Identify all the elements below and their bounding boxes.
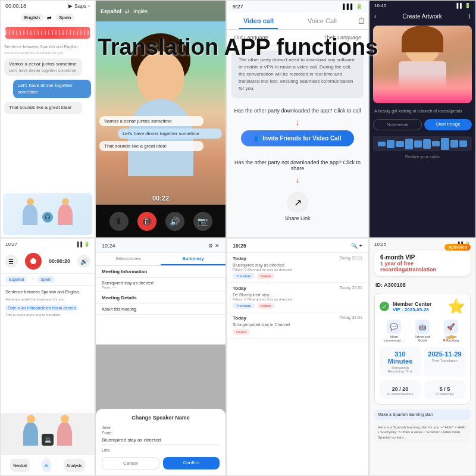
lang-selector-5: Español → Spain (1, 274, 95, 286)
status-icons-3: ▌▌▌ 🔋 (343, 4, 362, 10)
wv-bar-2 (387, 140, 394, 148)
wv-bar-5 (414, 140, 422, 148)
delete-btn-3[interactable]: Delete (233, 329, 250, 335)
feature-item-2: 🤖 Advanced Model (411, 320, 434, 342)
member-card-header: ✓ Member Center VIP : 2025-05-28 ⭐ (380, 298, 465, 315)
transcript-sub-1: Sentence would be translated for you. (5, 298, 90, 301)
status-bar-5: 10:27 ▌▌🔋 (1, 239, 95, 249)
app-grid: 00:00:18 ▶ Saps › English ⇄ Spain Senten… (0, 0, 476, 476)
share-section: ↗ Share Link (234, 186, 361, 225)
member-time: 10:25 (374, 242, 386, 247)
drawings-label: AI drawings (428, 392, 462, 396)
tab-notes-icon[interactable]: 📋 (354, 12, 368, 29)
feature-item-1: 💬 More conversati... (382, 320, 406, 342)
phone-member-center: 10:25 ▌▌🔋 6-month VIP 1 year of free rec… (369, 238, 476, 476)
art-back-icon[interactable]: ‹ (374, 13, 376, 20)
chat-preview-3: Strongerquired stay in Channel (233, 322, 362, 327)
lang-to-btn-1[interactable]: Spain (55, 14, 74, 21)
tab-video-call[interactable]: Video call (227, 12, 290, 29)
tab-voice-call[interactable]: Voice Call (290, 12, 354, 29)
promo-subtitle: 1 year of free recording&translation (380, 261, 465, 273)
lang-chip-from[interactable]: Español (5, 276, 27, 283)
chat-btns-2: Translate Delete (233, 303, 362, 309)
lang-swap-icon-1[interactable]: ⇄ (47, 15, 52, 21)
speaker-button[interactable]: 🔊 (165, 212, 184, 231)
wv-bar-6 (423, 139, 431, 149)
modal-confirm-button[interactable]: Confirm (163, 457, 220, 469)
art-info-icon[interactable]: ℹ (468, 13, 471, 20)
camera-button[interactable]: 📷 (193, 212, 212, 231)
delete-btn-1[interactable]: Delete (257, 273, 274, 279)
status-time-5: 10:27 (5, 242, 17, 247)
call-description: The other party doesn't need to download… (231, 51, 364, 98)
bubble-text-3: That sounds like a great idea! (9, 105, 77, 111)
note-item-2: About this meeting (96, 304, 226, 315)
intro-sub-1: Sentence would be translated for you. (4, 51, 91, 55)
chat-name-1: Today (233, 256, 246, 261)
mute-button[interactable]: 🎙 (109, 212, 129, 231)
chat-meta-3: Today Today 23:01 (233, 315, 362, 321)
translate-btn-1[interactable]: Translate (233, 273, 255, 279)
feature-label-1: More conversati... (382, 335, 406, 342)
arrow-down-icon: ↓ (234, 117, 361, 127)
modal-field-2: Lina (102, 448, 220, 452)
modal-title: Change Speaker Name (102, 415, 220, 421)
vip-activated-badge: Activated (444, 244, 471, 250)
share-icon[interactable]: ↗ (287, 192, 308, 213)
bottom-controls: Neutral Ai Analysis (1, 455, 95, 475)
recording-label: Remaining Recording Time (383, 366, 417, 373)
note-text-1: Bluerquired stay as directed (102, 280, 220, 286)
status-time-4: 10:45 (374, 3, 386, 8)
stat-card-recording: 310 Minutes Remaining Recording Time (380, 347, 421, 377)
status-bar-1: 00:00:18 ▶ Saps › (1, 1, 95, 11)
ai-btn[interactable]: Ai (42, 459, 51, 472)
member-id: ID: A300108 (369, 277, 475, 290)
invite-icon: 👥 (254, 135, 261, 142)
chat-preview-2: De Bluerquired stay... (233, 292, 362, 298)
lang-chip-to[interactable]: Spain (37, 276, 55, 283)
meeting-tab-1[interactable]: Selecciones (96, 253, 161, 265)
chat-meta-1: Today Today 20:11 (233, 256, 362, 261)
transcript-line-1: Sentence between Spanish and English. (5, 289, 90, 295)
volume-icon[interactable]: 🔊 (77, 255, 90, 268)
translate-btn-2[interactable]: Translate (233, 303, 255, 309)
phone-video-call: Español ⇄ Inglés Vamos a cenar juntos so… (95, 0, 226, 238)
check-icon: ✓ (380, 302, 389, 311)
bubble-text-2: Let's have dinner together sometime (18, 83, 86, 95)
status-bar-3: 9:27 ▌▌▌ 🔋 (227, 1, 368, 12)
member-card-title: Member Center VIP : 2025-05-28 (393, 301, 432, 312)
meeting-section-2: Meeting Details (96, 292, 226, 304)
chat-time-1: Today 20:11 (340, 256, 362, 261)
note-item-1: Bluerquired stay as directed From: — (96, 278, 226, 292)
video-bubble-left: Vamos a cenar juntos sometime (99, 116, 203, 126)
cta-section-top: Has the other party downloaded the app? … (227, 103, 368, 155)
phone-ai-art: 10:45 ▌▌ 🔋 ‹ Create Artwork ℹ A beauty g… (369, 0, 476, 238)
illustration-bottom: 💻 (1, 413, 95, 455)
voice-waveform (373, 136, 472, 151)
phone-invite: 9:27 ▌▌▌ 🔋 Video call Voice Call 📋 Our L… (226, 0, 369, 238)
neutral-btn[interactable]: Neutral (10, 459, 30, 472)
record-button[interactable] (25, 253, 42, 270)
chat-item-2: Today Today 22:01 De Bluerquired stay...… (227, 283, 368, 312)
delete-btn-2[interactable]: Delete (257, 303, 274, 309)
wv-bar-7 (432, 141, 440, 146)
nojenerak-button[interactable]: Nojenerak (373, 119, 422, 130)
art-image-area (373, 26, 472, 103)
meeting-tab-2[interactable]: Summary (161, 253, 226, 265)
lang-from-btn-1[interactable]: English (21, 14, 43, 21)
end-call-button[interactable]: 📵 (137, 212, 156, 231)
their-lang-label: Their Language (324, 35, 361, 40)
start-image-button[interactable]: Start Image (424, 119, 472, 130)
video-chat-overlay: Vamos a cenar juntos sometime Let's have… (96, 112, 226, 157)
field1-input[interactable]: Bluerquired stay as directed (102, 436, 220, 444)
conversations-label: AI conversations (383, 392, 417, 396)
chat-time-3: Today 23:01 (340, 315, 362, 321)
menu-icon[interactable]: ☰ (5, 255, 18, 268)
arrow-icon-5: → (30, 276, 35, 283)
phone-chat-list: 10:25 🔍 + Today Today 20:11 Bluerquired … (226, 238, 369, 476)
invite-friends-button[interactable]: 👥 Invite Friends for Video Call (241, 130, 354, 146)
modal-cancel-button[interactable]: Cancel (102, 457, 159, 469)
stat-card-conversations: 20 / 20 AI conversations (380, 380, 421, 399)
stat-card-drawings: 5 / 5 AI drawings (424, 380, 465, 399)
analysis-btn[interactable]: Analysis (64, 459, 85, 472)
